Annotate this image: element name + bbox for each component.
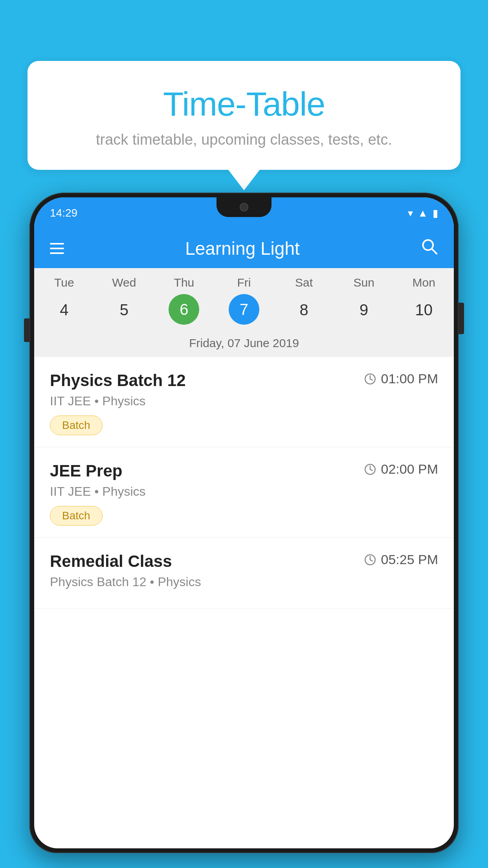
batch-tag: Batch <box>50 416 103 435</box>
schedule-item-subtitle: Physics Batch 12 • Physics <box>50 575 438 589</box>
selected-date-label: Friday, 07 June 2019 <box>34 332 454 357</box>
hamburger-menu-button[interactable] <box>50 243 64 254</box>
tooltip-title: Time-Table <box>47 85 441 123</box>
schedule-item-subtitle: IIT JEE • Physics <box>50 394 438 408</box>
phone-outer: 14:29 ▾ ▲ ▮ Learning Light <box>29 193 459 853</box>
day-headers: Tue Wed Thu Fri Sat Sun Mon <box>34 268 454 292</box>
phone-wrapper: 14:29 ▾ ▲ ▮ Learning Light <box>29 193 459 868</box>
app-title: Learning Light <box>185 238 300 259</box>
date-9[interactable]: 9 <box>334 294 394 326</box>
day-wed[interactable]: Wed <box>94 276 154 289</box>
schedule-item[interactable]: Remedial Class 05:25 PM Physics Batch 12… <box>34 538 454 609</box>
phone-screen: 14:29 ▾ ▲ ▮ Learning Light <box>34 197 454 848</box>
schedule-item-title: JEE Prep <box>50 462 122 480</box>
schedule-item-header: Physics Batch 12 01:00 PM <box>50 371 438 390</box>
tooltip-container: Time-Table track timetable, upcoming cla… <box>28 61 460 170</box>
day-thu[interactable]: Thu <box>154 276 214 289</box>
schedule-item-time: 05:25 PM <box>363 552 438 567</box>
schedule-list: Physics Batch 12 01:00 PM IIT JEE • Phys… <box>34 357 454 609</box>
schedule-item[interactable]: JEE Prep 02:00 PM IIT JEE • Physics Batc… <box>34 447 454 538</box>
svg-line-1 <box>432 249 437 254</box>
schedule-item-subtitle: IIT JEE • Physics <box>50 484 438 499</box>
day-tue[interactable]: Tue <box>34 276 94 289</box>
camera <box>240 203 248 211</box>
search-button[interactable] <box>421 238 438 259</box>
date-7-selected[interactable]: 7 <box>229 294 259 325</box>
status-time: 14:29 <box>50 207 77 219</box>
date-8[interactable]: 8 <box>274 294 334 326</box>
day-mon[interactable]: Mon <box>394 276 454 289</box>
schedule-item-time: 02:00 PM <box>363 462 438 477</box>
status-icons: ▾ ▲ ▮ <box>408 207 438 219</box>
tooltip-bubble: Time-Table track timetable, upcoming cla… <box>28 61 460 170</box>
status-bar: 14:29 ▾ ▲ ▮ <box>34 197 454 229</box>
day-fri[interactable]: Fri <box>214 276 274 289</box>
date-10[interactable]: 10 <box>394 294 454 326</box>
date-5[interactable]: 5 <box>94 294 154 326</box>
schedule-item-time: 01:00 PM <box>363 371 438 386</box>
date-4[interactable]: 4 <box>34 294 94 326</box>
schedule-item-title: Remedial Class <box>50 552 172 571</box>
calendar-strip: Tue Wed Thu Fri Sat Sun Mon 4 5 6 7 8 9 … <box>34 268 454 357</box>
signal-icon: ▲ <box>418 207 428 219</box>
battery-icon: ▮ <box>433 207 438 219</box>
schedule-item-title: Physics Batch 12 <box>50 371 186 390</box>
schedule-item-header: JEE Prep 02:00 PM <box>50 462 438 480</box>
schedule-item-header: Remedial Class 05:25 PM <box>50 552 438 571</box>
day-numbers: 4 5 6 7 8 9 10 <box>34 292 454 332</box>
batch-tag: Batch <box>50 506 103 526</box>
day-sun[interactable]: Sun <box>334 276 394 289</box>
wifi-icon: ▾ <box>408 207 413 219</box>
date-6-today[interactable]: 6 <box>169 294 199 325</box>
app-header: Learning Light <box>34 229 454 268</box>
schedule-item[interactable]: Physics Batch 12 01:00 PM IIT JEE • Phys… <box>34 357 454 447</box>
day-sat[interactable]: Sat <box>274 276 334 289</box>
notch <box>216 197 272 217</box>
tooltip-subtitle: track timetable, upcoming classes, tests… <box>47 131 441 148</box>
